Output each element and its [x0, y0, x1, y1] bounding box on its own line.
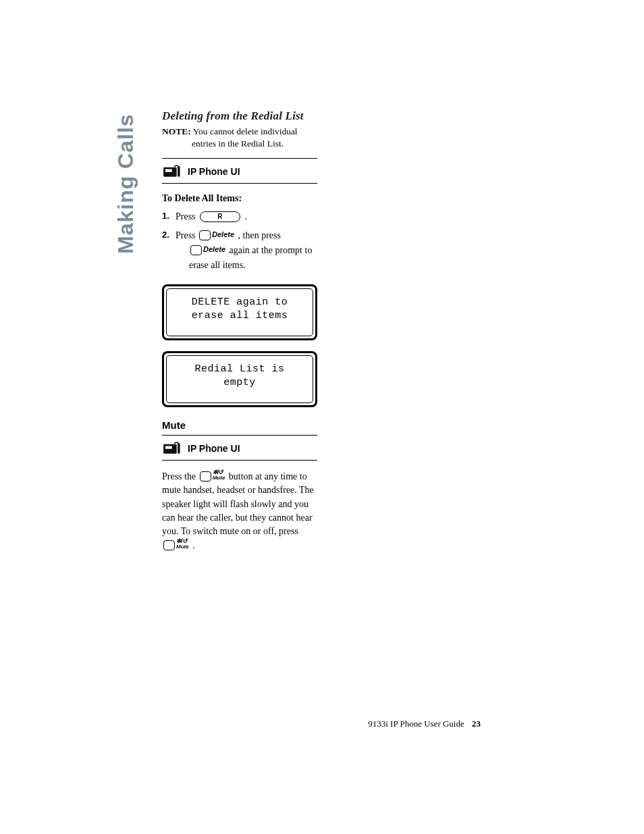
delete-softkey-label: Delete	[212, 229, 234, 240]
mute-button-icon: ✻/↺ Mute	[200, 471, 225, 482]
step2-erase: erase all items.	[176, 258, 317, 273]
mute-paragraph: Press the ✻/↺ Mute button at any time to…	[162, 470, 317, 552]
svg-rect-3	[163, 444, 177, 454]
lcd-screen: DELETE again to erase all items	[162, 284, 317, 340]
delete-softkey-icon: Delete	[199, 230, 234, 241]
steps-list: Press R . Press Delete , then press Dele…	[162, 209, 317, 272]
section-tab-making-calls: Making Calls	[107, 109, 144, 258]
step2-again: again at the prompt to	[230, 245, 313, 255]
note-text-line1: You cannot delete individual	[193, 126, 298, 136]
mute-label-text: Mute	[213, 475, 225, 481]
divider	[162, 183, 317, 184]
footer-title: 9133i IP Phone User Guide	[368, 719, 464, 729]
delete-softkey-icon: Delete	[190, 244, 225, 256]
divider	[162, 435, 317, 436]
note-label: NOTE:	[162, 126, 191, 136]
softkey-cap-icon	[200, 471, 211, 481]
mute-p-dot: .	[192, 540, 195, 550]
lcd-inner: DELETE again to erase all items	[166, 288, 313, 336]
divider	[162, 158, 317, 159]
lcd-screen: Redial List is empty	[162, 351, 317, 407]
mute-label-text: Mute	[176, 544, 189, 550]
redial-button-label: R	[217, 211, 223, 222]
delete-softkey-label: Delete	[203, 244, 225, 255]
step2-then: , then press	[238, 230, 281, 240]
phone-icon	[162, 441, 181, 456]
ip-phone-ui-row: IP Phone UI	[162, 441, 317, 456]
mute-p-press: Press the	[162, 471, 196, 481]
svg-rect-0	[163, 167, 177, 177]
svg-rect-1	[165, 170, 172, 172]
step1-dot: .	[245, 211, 248, 221]
step2-press: Press	[176, 230, 196, 240]
subheading-delete-all: To Delete All Items:	[162, 193, 317, 204]
softkey-cap-icon	[163, 540, 175, 550]
svg-rect-4	[165, 446, 172, 449]
heading-mute: Mute	[162, 419, 317, 431]
ip-phone-ui-row: IP Phone UI	[162, 164, 317, 179]
note-text-line2: entries in the Redial List.	[162, 138, 317, 150]
lcd2-line2: empty	[175, 376, 304, 390]
mute-button-icon: ✻/↺ Mute	[163, 540, 189, 551]
lcd1-line1: DELETE again to	[175, 296, 304, 309]
content-column: Deleting from the Redial List NOTE: You …	[162, 109, 317, 552]
note: NOTE: You cannot delete individual entri…	[162, 126, 317, 150]
step-1: Press R .	[162, 209, 317, 224]
lcd2-line1: Redial List is	[175, 363, 304, 376]
softkey-cap-icon	[199, 230, 211, 240]
ip-phone-ui-label: IP Phone UI	[188, 443, 240, 454]
phone-icon	[162, 164, 181, 179]
footer: 9133i IP Phone User Guide 23	[368, 719, 481, 729]
lcd-inner: Redial List is empty	[166, 355, 313, 403]
lcd-group: DELETE again to erase all items Redial L…	[162, 284, 317, 407]
heading-deleting-redial: Deleting from the Redial List	[162, 109, 317, 123]
lcd1-line2: erase all items	[175, 309, 304, 323]
divider	[162, 460, 317, 461]
ip-phone-ui-label: IP Phone UI	[188, 166, 240, 177]
page: Making Calls Deleting from the Redial Li…	[0, 0, 644, 834]
redial-button-icon: R	[200, 211, 240, 222]
softkey-cap-icon	[190, 245, 202, 255]
step1-press: Press	[176, 211, 196, 221]
step-2: Press Delete , then press Delete again a…	[162, 228, 317, 272]
page-number: 23	[472, 719, 481, 729]
